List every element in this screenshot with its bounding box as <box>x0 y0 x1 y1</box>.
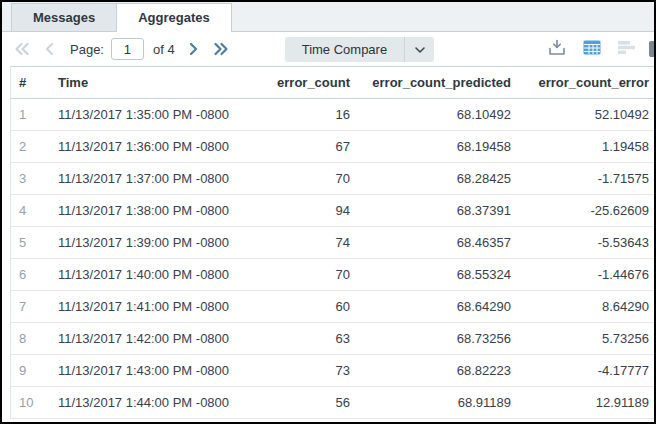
page-input[interactable] <box>111 38 144 60</box>
row-number-cell: 7 <box>11 291 50 323</box>
table-cell[interactable]: 11/13/2017 1:40:00 PM -0800 <box>50 259 262 291</box>
table-cell[interactable]: 68.64290 <box>358 291 519 323</box>
table-cell[interactable]: 11/13/2017 1:36:00 PM -0800 <box>50 131 262 163</box>
tab-messages[interactable]: Messages <box>11 3 116 31</box>
page-total: of 4 <box>153 42 175 57</box>
row-number-cell: 4 <box>11 195 50 227</box>
bar-chart-view-icon <box>618 40 638 58</box>
row-number-cell: 6 <box>11 259 50 291</box>
table-cell[interactable]: 68.10492 <box>358 99 519 131</box>
table-cell[interactable]: 16 <box>262 99 358 131</box>
table-cell[interactable]: -5.53643 <box>519 227 656 259</box>
column-header-error_count_predicted[interactable]: error_count_predicted <box>358 67 519 99</box>
table-cell[interactable]: 68.55324 <box>358 259 519 291</box>
tab-aggregates[interactable]: Aggregates <box>116 3 232 32</box>
next-page-button[interactable] <box>185 40 202 58</box>
table-cell[interactable]: 11/13/2017 1:42:00 PM -0800 <box>50 323 262 355</box>
table-cell[interactable]: 11/13/2017 1:43:00 PM -0800 <box>50 355 262 387</box>
table-cell[interactable]: 5.73256 <box>519 323 656 355</box>
cutoff-icon-sliver <box>649 41 654 57</box>
toolbar-actions <box>546 37 654 61</box>
table-cell[interactable]: 11/13/2017 1:37:00 PM -0800 <box>50 163 262 195</box>
table-cell[interactable]: 11/13/2017 1:35:00 PM -0800 <box>50 99 262 131</box>
table-cell[interactable]: 70 <box>262 259 358 291</box>
table-cell[interactable]: -25.62609 <box>519 195 656 227</box>
download-button[interactable] <box>546 37 568 61</box>
table-cell[interactable]: 68.46357 <box>358 227 519 259</box>
results-panel: Messages Aggregates Page: of 4 <box>0 0 656 424</box>
table-cell[interactable]: -4.17777 <box>519 355 656 387</box>
time-compare-button[interactable]: Time Compare <box>285 37 434 62</box>
table-cell[interactable]: 73 <box>262 355 358 387</box>
row-number-cell: 10 <box>11 387 50 419</box>
time-compare-label: Time Compare <box>285 37 404 62</box>
table-cell[interactable]: 68.19458 <box>358 131 519 163</box>
results-table: #Timeerror_counterror_count_predictederr… <box>11 66 656 419</box>
last-page-button[interactable] <box>210 40 233 58</box>
table-cell[interactable]: -1.71575 <box>519 163 656 195</box>
chevron-left-icon <box>44 42 55 56</box>
table-cell[interactable]: 68.91189 <box>358 387 519 419</box>
tab-bar: Messages Aggregates <box>2 2 654 32</box>
table-cell[interactable]: 52.10492 <box>519 99 656 131</box>
table-cell[interactable]: 68.73256 <box>358 323 519 355</box>
table-row: 711/13/2017 1:41:00 PM -08006068.642908.… <box>11 291 656 323</box>
table-cell[interactable]: 68.28425 <box>358 163 519 195</box>
table-row: 311/13/2017 1:37:00 PM -08007068.28425-1… <box>11 163 656 195</box>
table-cell[interactable]: 74 <box>262 227 358 259</box>
table-cell[interactable]: 12.91189 <box>519 387 656 419</box>
column-header-time[interactable]: Time <box>50 67 262 99</box>
row-number-cell: 5 <box>11 227 50 259</box>
time-compare-caret[interactable] <box>404 37 434 62</box>
table-cell[interactable]: 11/13/2017 1:39:00 PM -0800 <box>50 227 262 259</box>
table-cell[interactable]: 70 <box>262 163 358 195</box>
download-icon <box>548 39 566 59</box>
row-number-cell: 1 <box>11 99 50 131</box>
table-row: 811/13/2017 1:42:00 PM -08006368.732565.… <box>11 323 656 355</box>
table-cell[interactable]: 68.82223 <box>358 355 519 387</box>
first-page-button[interactable] <box>10 40 33 58</box>
table-cell[interactable]: 63 <box>262 323 358 355</box>
table-view-icon <box>583 40 601 58</box>
prev-page-button[interactable] <box>41 40 58 58</box>
table-cell[interactable]: 68.37391 <box>358 195 519 227</box>
row-number-cell: 3 <box>11 163 50 195</box>
chevron-down-icon <box>414 40 426 58</box>
table-cell[interactable]: 11/13/2017 1:38:00 PM -0800 <box>50 195 262 227</box>
table-row: 1011/13/2017 1:44:00 PM -08005668.911891… <box>11 387 656 419</box>
double-chevron-left-icon <box>13 42 30 56</box>
chart-view-button[interactable] <box>616 38 640 60</box>
table-cell[interactable]: 67 <box>262 131 358 163</box>
row-number-cell: 9 <box>11 355 50 387</box>
column-header-error_count_error[interactable]: error_count_error <box>519 67 656 99</box>
table-row: 211/13/2017 1:36:00 PM -08006768.194581.… <box>11 131 656 163</box>
pagination: Page: of 4 <box>10 38 233 60</box>
results-table-container: #Timeerror_counterror_count_predictederr… <box>10 66 654 419</box>
table-cell[interactable]: -1.44676 <box>519 259 656 291</box>
chevron-right-icon <box>188 42 199 56</box>
column-header-error_count[interactable]: error_count <box>262 67 358 99</box>
table-row: 911/13/2017 1:43:00 PM -08007368.82223-4… <box>11 355 656 387</box>
table-cell[interactable]: 11/13/2017 1:41:00 PM -0800 <box>50 291 262 323</box>
table-body: 111/13/2017 1:35:00 PM -08001668.1049252… <box>11 99 656 419</box>
table-cell[interactable]: 1.19458 <box>519 131 656 163</box>
table-cell[interactable]: 11/13/2017 1:44:00 PM -0800 <box>50 387 262 419</box>
table-header-row: #Timeerror_counterror_count_predictederr… <box>11 67 656 99</box>
double-chevron-right-icon <box>213 42 230 56</box>
toolbar: Page: of 4 Time Compare <box>2 32 654 66</box>
table-cell[interactable]: 56 <box>262 387 358 419</box>
row-number-cell: 2 <box>11 131 50 163</box>
column-header-index[interactable]: # <box>11 67 50 99</box>
table-row: 111/13/2017 1:35:00 PM -08001668.1049252… <box>11 99 656 131</box>
table-view-button[interactable] <box>581 38 603 60</box>
table-cell[interactable]: 60 <box>262 291 358 323</box>
table-row: 611/13/2017 1:40:00 PM -08007068.55324-1… <box>11 259 656 291</box>
table-cell[interactable]: 94 <box>262 195 358 227</box>
table-row: 511/13/2017 1:39:00 PM -08007468.46357-5… <box>11 227 656 259</box>
table-cell[interactable]: 8.64290 <box>519 291 656 323</box>
row-number-cell: 8 <box>11 323 50 355</box>
page-label: Page: <box>70 42 104 57</box>
table-row: 411/13/2017 1:38:00 PM -08009468.37391-2… <box>11 195 656 227</box>
